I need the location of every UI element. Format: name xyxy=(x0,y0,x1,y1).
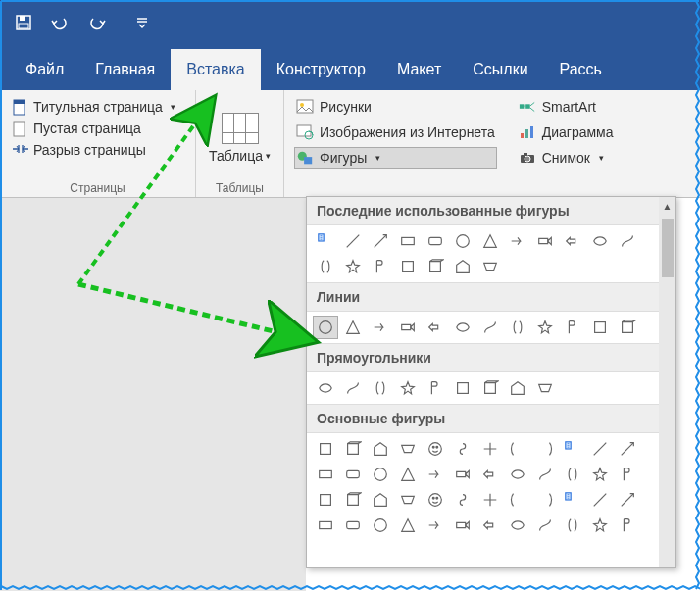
shape-item[interactable] xyxy=(560,463,585,486)
shape-item[interactable] xyxy=(477,229,503,253)
shape-item[interactable] xyxy=(532,437,558,461)
shape-item[interactable] xyxy=(615,488,640,512)
pages-item-2[interactable]: Разрыв страницы xyxy=(10,139,185,161)
illus-рисунки[interactable]: Рисунки xyxy=(294,96,497,118)
qat-customize-icon[interactable] xyxy=(136,17,148,28)
shape-item[interactable] xyxy=(313,255,338,278)
document-area[interactable] xyxy=(0,198,306,591)
shape-item[interactable] xyxy=(368,514,393,537)
shape-item[interactable] xyxy=(313,463,338,486)
shape-item[interactable] xyxy=(368,437,393,461)
shape-item[interactable] xyxy=(560,316,585,339)
shape-item[interactable] xyxy=(395,316,421,339)
shape-item[interactable] xyxy=(532,463,558,486)
shape-item[interactable] xyxy=(395,255,421,278)
shape-item[interactable] xyxy=(615,463,640,486)
shape-item[interactable] xyxy=(368,463,393,486)
shape-item[interactable] xyxy=(587,488,613,512)
shapes-scrollbar[interactable]: ▲ xyxy=(659,197,675,567)
shape-item[interactable] xyxy=(368,255,393,278)
shape-item[interactable] xyxy=(560,514,585,537)
shape-item[interactable] xyxy=(505,514,530,537)
shape-item[interactable] xyxy=(340,316,366,339)
shape-item[interactable] xyxy=(477,255,503,278)
illus-smartart[interactable]: SmartArt xyxy=(517,96,616,118)
pages-item-1[interactable]: Пустая страница xyxy=(10,118,185,139)
shape-item[interactable] xyxy=(395,437,421,461)
illus-фигуры[interactable]: Фигуры▾ xyxy=(294,147,497,169)
illus-снимок[interactable]: Снимок▾ xyxy=(517,147,616,169)
pages-item-0[interactable]: Титульная страница▾ xyxy=(10,96,185,118)
shape-item[interactable] xyxy=(423,255,448,278)
shape-item[interactable] xyxy=(450,255,475,278)
shape-item[interactable] xyxy=(505,488,530,512)
shape-item[interactable] xyxy=(560,229,585,253)
shape-item[interactable] xyxy=(587,437,613,461)
shape-item[interactable] xyxy=(313,229,338,253)
shape-item[interactable] xyxy=(560,437,585,461)
shape-item[interactable] xyxy=(477,514,503,537)
shape-item[interactable] xyxy=(368,488,393,512)
shape-item[interactable] xyxy=(450,463,475,486)
shape-item[interactable] xyxy=(395,514,421,537)
shape-item[interactable] xyxy=(477,376,503,400)
shape-item[interactable] xyxy=(450,514,475,537)
shape-item[interactable] xyxy=(395,229,421,253)
shape-item[interactable] xyxy=(340,463,366,486)
shape-item[interactable] xyxy=(340,229,366,253)
shape-item[interactable] xyxy=(560,488,585,512)
shape-item[interactable] xyxy=(477,437,503,461)
tab-ссылки[interactable]: Ссылки xyxy=(457,49,543,90)
shape-item[interactable] xyxy=(505,229,530,253)
shape-item[interactable] xyxy=(423,229,448,253)
shape-item[interactable] xyxy=(615,229,640,253)
table-icon[interactable] xyxy=(222,113,259,144)
shape-item[interactable] xyxy=(532,229,558,253)
shape-item[interactable] xyxy=(505,463,530,486)
tab-рассь[interactable]: Рассь xyxy=(544,49,618,90)
shape-item[interactable] xyxy=(340,437,366,461)
shape-item[interactable] xyxy=(395,463,421,486)
shape-item[interactable] xyxy=(395,488,421,512)
shape-item[interactable] xyxy=(340,488,366,512)
save-icon[interactable] xyxy=(15,14,32,31)
scroll-up-icon[interactable]: ▲ xyxy=(661,200,674,213)
shape-item[interactable] xyxy=(368,316,393,339)
shape-item[interactable] xyxy=(477,316,503,339)
shape-item[interactable] xyxy=(477,488,503,512)
tab-главная[interactable]: Главная xyxy=(79,49,171,90)
shape-item[interactable] xyxy=(423,488,448,512)
shape-item[interactable] xyxy=(423,376,448,400)
shape-item[interactable] xyxy=(450,229,475,253)
illus-изображения-из-интернета[interactable]: Изображения из Интернета xyxy=(294,122,497,143)
shape-item[interactable] xyxy=(587,514,613,537)
shape-item[interactable] xyxy=(532,514,558,537)
shape-item[interactable] xyxy=(450,437,475,461)
undo-icon[interactable] xyxy=(50,15,70,30)
tab-макет[interactable]: Макет xyxy=(381,49,457,90)
table-button[interactable]: Таблица ▾ xyxy=(209,148,271,164)
shape-item[interactable] xyxy=(615,437,640,461)
tab-файл[interactable]: Файл xyxy=(10,49,79,90)
shape-item[interactable] xyxy=(587,316,613,339)
tab-конструктор[interactable]: Конструктор xyxy=(261,49,381,90)
shape-item[interactable] xyxy=(532,316,558,339)
shape-item[interactable] xyxy=(505,437,530,461)
shape-item[interactable] xyxy=(532,488,558,512)
shape-item[interactable] xyxy=(587,229,613,253)
shape-item[interactable] xyxy=(368,376,393,400)
shape-item[interactable] xyxy=(450,316,475,339)
shape-item[interactable] xyxy=(423,463,448,486)
shape-item[interactable] xyxy=(368,229,393,253)
shape-item[interactable] xyxy=(340,255,366,278)
scroll-thumb[interactable] xyxy=(662,219,674,277)
shape-item[interactable] xyxy=(505,376,530,400)
shape-item[interactable] xyxy=(313,488,338,512)
shape-item[interactable] xyxy=(505,316,530,339)
shape-item[interactable] xyxy=(423,514,448,537)
shape-item[interactable] xyxy=(395,376,421,400)
shape-item[interactable] xyxy=(313,514,338,537)
shape-item[interactable] xyxy=(313,316,338,339)
shape-item[interactable] xyxy=(450,488,475,512)
shape-item[interactable] xyxy=(340,514,366,537)
